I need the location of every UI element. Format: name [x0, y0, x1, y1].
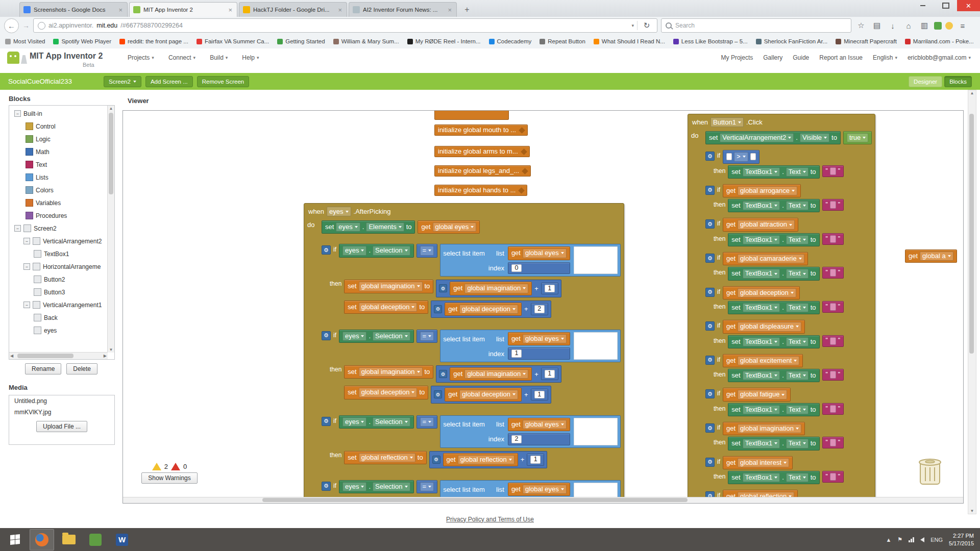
text-string-block[interactable]: ""	[822, 437, 844, 448]
compare-block[interactable]: =	[416, 244, 438, 257]
get-block[interactable]: getglobal deception	[445, 388, 522, 401]
scroll-down-icon[interactable]: ▼	[108, 347, 114, 352]
palette-item-text[interactable]: Text	[10, 158, 113, 171]
component-dropdown[interactable]: eyes	[342, 417, 366, 427]
bookmark-item[interactable]: Sherlock FanFiction Ar...	[756, 38, 828, 44]
get-block[interactable]: getglobal deception	[723, 286, 800, 299]
page-vertical-scrollbar[interactable]: ▲ ▼	[968, 90, 976, 514]
set-variable-block[interactable]: setglobal reflectionto	[344, 451, 426, 464]
header-link[interactable]: ericblobb@gmail.com▾	[908, 54, 971, 61]
mutator-gear-icon[interactable]: ⚙	[705, 389, 715, 398]
property-dropdown[interactable]: Text	[786, 473, 808, 482]
back-button[interactable]: ←	[4, 18, 19, 33]
mutator-gear-icon[interactable]: ⚙	[705, 254, 715, 263]
component-dropdown[interactable]: TextBox1	[743, 439, 780, 448]
if-block[interactable]: ⚙ifgetglobal camaraderiethensetTextBox1.…	[705, 251, 844, 282]
get-block[interactable]: getglobal reflection	[443, 453, 518, 466]
variable-dropdown[interactable]: global deception	[459, 305, 518, 314]
compare-block[interactable]: =	[416, 480, 438, 493]
tree-horizontal-scrollbar[interactable]: ◀ ▶	[9, 352, 108, 359]
bookmark-item[interactable]: Minecraft Papercraft	[836, 38, 897, 44]
mutator-gear-icon[interactable]: ⚙	[439, 284, 447, 292]
if-block[interactable]: ⚙ifeyes.Selection=select list itemlistge…	[322, 414, 621, 471]
number-socket[interactable]: 1	[534, 391, 545, 399]
empty-text-socket[interactable]	[830, 269, 836, 277]
rename-button[interactable]: Rename	[25, 363, 61, 374]
set-text-block[interactable]: setTextBox1.Textto	[728, 165, 819, 179]
canvas-horizontal-scrollbar[interactable]	[123, 497, 963, 503]
get-block[interactable]: getglobal eyes	[418, 220, 480, 234]
variable-dropdown[interactable]: global deception	[459, 390, 518, 399]
tree-item-verticalarrangement2[interactable]: −VerticalArrangement2	[10, 235, 113, 247]
delete-button[interactable]: Delete	[66, 363, 97, 374]
taskbar-clock[interactable]: 2:27 PM 5/17/2015	[949, 532, 974, 547]
blocks-button[interactable]: Blocks	[944, 76, 972, 87]
component-getter-block[interactable]: eyes.Selection	[339, 415, 414, 429]
component-getter-block[interactable]: eyes.Selection	[339, 480, 414, 493]
remove-screen-button[interactable]: Remove Screen	[197, 76, 249, 87]
initialize-block[interactable]: initialize global mouth to ...	[434, 124, 528, 136]
empty-text-socket[interactable]	[830, 371, 836, 379]
scrollbar-thumb[interactable]	[17, 354, 74, 358]
get-block[interactable]: getglobal displeasure	[723, 320, 805, 333]
number-socket[interactable]: 1	[511, 349, 522, 358]
bookmark-item[interactable]: reddit: the front page ...	[119, 38, 188, 44]
palette-item-procedures[interactable]: Procedures	[10, 209, 113, 222]
math-plus-block[interactable]: ⚙getglobal deception+1	[431, 386, 551, 403]
expander-icon[interactable]: −	[23, 263, 30, 270]
text-string-block[interactable]: ""	[822, 199, 844, 211]
text-string-block[interactable]: ""	[822, 369, 844, 381]
if-block[interactable]: ⚙if>thensetTextBox1.Textto""	[705, 148, 844, 180]
variable-dropdown[interactable]: global camaraderie	[738, 254, 804, 263]
operator-dropdown[interactable]: =	[420, 332, 434, 341]
palette-item-variables[interactable]: Variables	[10, 196, 113, 209]
text-string-block[interactable]: ""	[822, 267, 844, 279]
variable-dropdown[interactable]: global arrogance	[738, 186, 797, 195]
mutator-gear-icon[interactable]: ⚙	[432, 456, 440, 464]
empty-text-socket[interactable]	[830, 167, 836, 175]
get-block[interactable]: getglobal camaraderie	[723, 252, 808, 265]
component-dropdown[interactable]: TextBox1	[743, 405, 780, 414]
scroll-left-icon[interactable]: ◀	[10, 354, 13, 358]
when-button1-click-block[interactable]: whenButton1.ClickdosetVerticalArrangemen…	[688, 114, 875, 504]
variable-dropdown[interactable]: global imagination	[464, 284, 528, 293]
show-warnings-button[interactable]: Show Warnings	[141, 472, 198, 484]
header-link[interactable]: Report an Issue	[819, 54, 863, 61]
palette-item-colors[interactable]: Colors	[10, 184, 113, 196]
text-string-block[interactable]: ""	[822, 233, 844, 245]
number-socket[interactable]: 2	[534, 305, 545, 313]
property-dropdown[interactable]: Selection	[373, 482, 410, 491]
variable-dropdown[interactable]: global deception	[359, 303, 418, 312]
bookmark-item[interactable]: Fairfax VA Summer Ca...	[197, 38, 269, 44]
site-identity-icon[interactable]	[38, 22, 45, 30]
property-dropdown[interactable]: Text	[786, 405, 808, 414]
bookmark-item[interactable]: What Should I Read N...	[594, 38, 665, 44]
number-block[interactable]: 2	[508, 433, 570, 445]
taskbar-file-explorer[interactable]	[57, 530, 81, 550]
get-block[interactable]: getglobal imagination	[723, 422, 805, 435]
tree-item-button3[interactable]: Button3	[10, 286, 113, 298]
bookmark-item[interactable]: Less Like Bootstrap – 5...	[673, 38, 748, 44]
browser-tab[interactable]: Screenshots - Google Docs×	[19, 2, 128, 17]
palette-item-logic[interactable]: Logic	[10, 133, 113, 145]
tab-close-icon[interactable]: ×	[227, 6, 233, 14]
add-screen-button[interactable]: Add Screen ...	[145, 76, 193, 87]
if-block[interactable]: ⚙ifgetglobal imaginationthensetTextBox1.…	[705, 420, 844, 452]
if-block[interactable]: ⚙ifgetglobal displeasurethensetTextBox1.…	[705, 318, 844, 350]
close-button[interactable]: ✕	[957, 0, 980, 11]
search-bar[interactable]: Search	[661, 18, 851, 33]
number-block[interactable]: 1	[541, 368, 558, 380]
bookmark-item[interactable]: Marriland.com - Poke...	[905, 38, 974, 44]
mutator-gear-icon[interactable]: ⚙	[705, 219, 715, 229]
mutator-gear-icon[interactable]: ⚙	[705, 288, 715, 297]
tree-item-button2[interactable]: Button2	[10, 273, 113, 286]
component-dropdown[interactable]: TextBox1	[743, 473, 780, 482]
forward-button[interactable]: →	[22, 21, 30, 30]
operator-dropdown[interactable]: =	[420, 246, 434, 255]
scroll-up-icon[interactable]: ▲	[968, 91, 976, 95]
number-socket[interactable]: 0	[511, 264, 522, 272]
logic-true-block[interactable]: true	[843, 131, 872, 144]
property-dropdown[interactable]: Visible	[800, 133, 829, 142]
tree-item-screen2[interactable]: −Screen2	[10, 222, 113, 235]
component-dropdown[interactable]: eyes	[342, 332, 366, 341]
